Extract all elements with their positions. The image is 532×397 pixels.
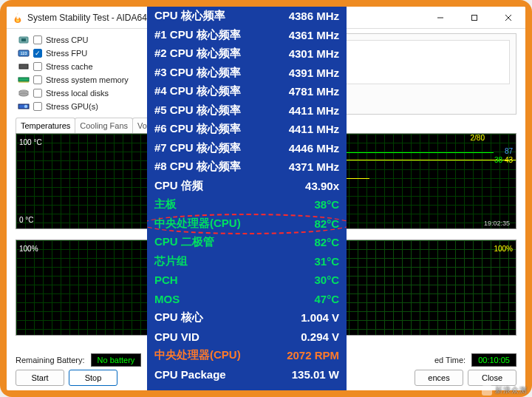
sensor-row: 中央处理器(CPU)2072 RPM xyxy=(147,346,347,365)
svg-rect-1 xyxy=(472,15,477,20)
svg-text:123: 123 xyxy=(21,51,27,55)
sensor-value: 47°C xyxy=(314,293,339,305)
stress-label: Stress GPU(s) xyxy=(46,102,98,111)
sensor-value: 135.01 W xyxy=(292,368,339,381)
sensor-key: #3 CPU 核心频率 xyxy=(154,66,241,80)
checkbox[interactable] xyxy=(33,89,42,98)
stress-option-stress-local-disks[interactable]: Stress local disks xyxy=(17,86,143,100)
sensor-row: #4 CPU 核心频率4781 MHz xyxy=(147,82,347,101)
disk-icon xyxy=(17,89,30,98)
close-button[interactable] xyxy=(491,7,525,29)
sensor-value: 38°C xyxy=(314,198,339,211)
stress-option-stress-fpu[interactable]: 123Stress FPU xyxy=(17,47,143,60)
sensor-key: 中央处理器(CPU) xyxy=(154,217,241,231)
stress-label: Stress system memory xyxy=(46,75,129,84)
graph-value-1: 87 xyxy=(505,147,513,155)
checkbox[interactable] xyxy=(33,62,42,71)
preferences-button[interactable]: ences xyxy=(415,370,463,386)
sensor-row: MOS47°C xyxy=(147,290,347,309)
sensor-value: 4446 MHz xyxy=(289,142,339,155)
stop-button[interactable]: Stop xyxy=(69,370,117,386)
sensor-overlay: CPU 核心频率4386 MHz#1 CPU 核心频率4361 MHz#2 CP… xyxy=(147,7,347,390)
window-controls xyxy=(423,7,525,29)
sensor-key: 中央处理器(CPU) xyxy=(154,348,241,362)
sensor-key: PCH xyxy=(154,274,178,286)
sensor-row: #2 CPU 核心频率4301 MHz xyxy=(147,44,347,64)
tab-temperatures[interactable]: Temperatures xyxy=(16,118,75,133)
start-button[interactable]: Start xyxy=(16,370,64,386)
sensor-key: #1 CPU 核心频率 xyxy=(154,28,241,42)
battery-value: No battery xyxy=(91,353,142,367)
minimize-button[interactable] xyxy=(423,7,457,29)
battery-label: Remaining Battery: xyxy=(16,356,85,364)
graph-usage-right: 100% xyxy=(339,240,516,336)
sensor-row: #5 CPU 核心频率4411 MHz xyxy=(147,101,347,121)
close-button-bottom[interactable]: Close xyxy=(468,370,516,386)
svg-point-15 xyxy=(24,105,27,108)
checkbox[interactable] xyxy=(33,75,42,84)
sensor-value: 4386 MHz xyxy=(289,10,339,22)
sensor-value: 82°C xyxy=(314,236,339,248)
sensor-row: CPU VID0.294 V xyxy=(147,328,347,347)
checkbox[interactable] xyxy=(33,35,42,44)
sensor-row: #7 CPU 核心频率4446 MHz xyxy=(147,139,347,158)
sensor-row: #1 CPU 核心频率4361 MHz xyxy=(147,26,347,45)
sensor-value: 31°C xyxy=(314,255,339,268)
sensor-row: #8 CPU 核心频率4371 MHz xyxy=(147,157,347,177)
tab-cooling-fans[interactable]: Cooling Fans xyxy=(75,118,133,133)
gpu-icon xyxy=(17,102,30,111)
stress-option-stress-cpu[interactable]: Stress CPU xyxy=(17,33,143,47)
stress-option-stress-cache[interactable]: Stress cache xyxy=(17,60,143,73)
graph-value-2b: 38 xyxy=(494,156,502,164)
sensor-row: 中央处理器(CPU)82°C xyxy=(147,214,347,234)
elapsed-value: 00:10:05 xyxy=(471,353,516,367)
stress-option-stress-gpu-s-[interactable]: Stress GPU(s) xyxy=(17,100,143,113)
sensor-row: CPU Package135.01 W xyxy=(147,365,347,384)
sensor-row: 主板38°C xyxy=(147,195,347,214)
sensor-value: 4361 MHz xyxy=(289,29,339,41)
sensor-key: #6 CPU 核心频率 xyxy=(154,122,241,136)
sensor-value: 2072 RPM xyxy=(287,349,339,362)
sensor-key: CPU 核心频率 xyxy=(154,9,225,23)
checkbox[interactable] xyxy=(33,102,42,111)
sensor-value: 4411 MHz xyxy=(289,123,339,135)
sensor-key: MOS xyxy=(154,293,180,305)
sensor-key: CPU VID xyxy=(154,330,200,343)
status-panel xyxy=(339,33,516,115)
fpu-chip-icon: 123 xyxy=(17,49,30,58)
sensor-value: 30°C xyxy=(314,274,339,286)
stress-options: Stress CPU123Stress FPUStress cacheStres… xyxy=(17,33,143,113)
y-axis-top: 100% xyxy=(494,245,513,253)
cache-icon xyxy=(17,62,30,71)
graph-temperatures-right: 2/80 87 38 43 19:02:35 xyxy=(339,133,516,229)
sensor-key: CPU Package xyxy=(154,368,226,381)
cpu-chip-icon xyxy=(17,35,30,44)
checkbox[interactable] xyxy=(33,49,42,58)
svg-rect-8 xyxy=(19,64,28,69)
stress-label: Stress CPU xyxy=(46,35,88,44)
sensor-value: 4781 MHz xyxy=(289,85,339,98)
sensor-row: CPU 倍频43.90x xyxy=(147,177,347,196)
sensor-value: 4301 MHz xyxy=(289,47,339,60)
app-window: System Stability Test - AIDA64 Stress CP… xyxy=(7,7,525,390)
svg-rect-9 xyxy=(18,78,29,81)
graph-timestamp: 19:02:35 xyxy=(484,220,510,227)
graph-tabs: TemperaturesCooling FansVolta xyxy=(16,118,160,133)
graph-value-2: 43 xyxy=(505,156,513,164)
stress-label: Stress FPU xyxy=(46,49,87,58)
outer-frame: System Stability Test - AIDA64 Stress CP… xyxy=(0,0,532,397)
sensor-key: 主板 xyxy=(154,197,177,211)
graph-legend: 2/80 xyxy=(471,134,485,142)
sensor-row: 芯片组31°C xyxy=(147,252,347,271)
watermark: 新浪众测 xyxy=(482,385,528,396)
sensor-value: 4391 MHz xyxy=(289,67,339,79)
sensor-row: CPU 核心频率4386 MHz xyxy=(147,7,347,26)
sensor-row: #3 CPU 核心频率4391 MHz xyxy=(147,64,347,83)
status-panel-inner xyxy=(346,40,510,84)
sensor-row: PCH30°C xyxy=(147,271,347,290)
sensor-value: 43.90x xyxy=(305,180,339,192)
maximize-button[interactable] xyxy=(457,7,491,29)
stress-label: Stress local disks xyxy=(46,89,109,98)
sensor-value: 0.294 V xyxy=(301,330,339,343)
stress-option-stress-system-memory[interactable]: Stress system memory xyxy=(17,73,143,86)
